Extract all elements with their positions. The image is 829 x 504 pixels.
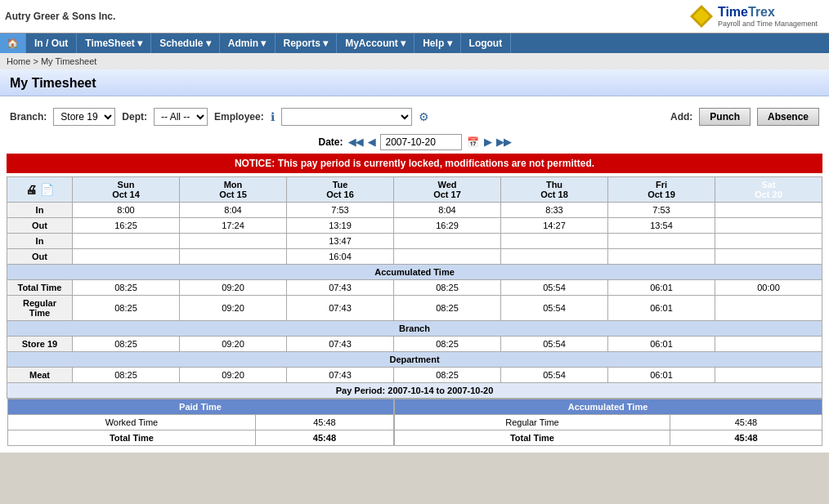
in1-sat	[715, 203, 822, 218]
out2-sun	[73, 249, 180, 265]
worked-time-label: Worked Time	[7, 415, 256, 430]
out1-fri: 13:54	[608, 218, 715, 234]
th-thu: ThuOct 18	[501, 177, 608, 203]
nav-logout[interactable]: Logout	[461, 33, 512, 53]
department-header-row: Department	[7, 352, 822, 368]
total-mon: 09:20	[180, 280, 287, 296]
in1-mon: 8:04	[180, 203, 287, 218]
meat-sun: 08:25	[73, 368, 180, 383]
absence-button[interactable]: Absence	[757, 108, 819, 126]
meat-thu: 05:54	[501, 368, 608, 383]
table-row-out1: Out 16:25 17:24 13:19 16:29 14:27 13:54	[7, 218, 822, 234]
regular-thu: 05:54	[501, 296, 608, 321]
in2-sun	[73, 234, 180, 249]
table-row-store19: Store 19 08:25 09:20 07:43 08:25 05:54 0…	[7, 337, 822, 352]
table-row-out2: Out 16:04	[7, 249, 822, 265]
punch-button[interactable]: Punch	[699, 108, 751, 126]
pay-period-label: Pay Period: 2007-10-14 to 2007-10-20	[7, 383, 822, 399]
paid-total-label: Total Time	[7, 430, 256, 446]
nav-schedule[interactable]: Schedule ▾	[151, 33, 220, 53]
accumulated-time-header-row: Accumulated Time	[7, 265, 822, 280]
timesheet-table: 🖨 📄 SunOct 14 MonOct 15 TueOct 16 WedOct…	[7, 176, 822, 446]
regular-wed: 08:25	[394, 296, 501, 321]
accum-regular-label: Regular Time	[394, 415, 670, 430]
out1-thu: 14:27	[501, 218, 608, 234]
date-next-next[interactable]: ▶▶	[496, 136, 511, 148]
top-bar: Autry Greer & Sons Inc. TimeTrex Payroll…	[0, 0, 829, 33]
regular-sat	[715, 296, 822, 321]
accum-total-value: 45:48	[670, 430, 822, 446]
employee-label: Employee:	[214, 111, 264, 123]
date-next[interactable]: ▶	[484, 136, 491, 148]
store19-wed: 08:25	[394, 337, 501, 352]
regular-fri: 06:01	[608, 296, 715, 321]
out1-label: Out	[7, 218, 73, 234]
branch-label: Branch:	[10, 111, 47, 123]
store19-sat	[715, 337, 822, 352]
in2-wed	[394, 234, 501, 249]
store19-label: Store 19	[7, 337, 73, 352]
accum-total-row: Total Time 45:48	[394, 430, 822, 446]
department-header: Department	[7, 352, 822, 368]
total-time-label: Total Time	[7, 280, 73, 296]
date-prev-prev[interactable]: ◀◀	[348, 136, 363, 148]
nav-in-out[interactable]: In / Out	[26, 33, 77, 53]
table-row-in2: In 13:47	[7, 234, 822, 249]
nav-reports[interactable]: Reports ▾	[276, 33, 338, 53]
accumulated-time-header: Accumulated Time	[7, 265, 822, 280]
th-tue: TueOct 16	[287, 177, 394, 203]
out1-wed: 16:29	[394, 218, 501, 234]
paid-total-value: 45:48	[256, 430, 393, 446]
timetrex-logo-icon	[688, 3, 715, 29]
in2-fri	[608, 234, 715, 249]
total-fri: 06:01	[608, 280, 715, 296]
meat-mon: 09:20	[180, 368, 287, 383]
out2-thu	[501, 249, 608, 265]
nav-myaccount[interactable]: MyAccount ▾	[337, 33, 414, 53]
accum-time-table: Accumulated Time Regular Time 45:48 Tota…	[394, 399, 822, 446]
logo-tagline: Payroll and Time Management	[718, 20, 818, 28]
date-calendar[interactable]: 📅	[467, 136, 479, 148]
in2-sat	[715, 234, 822, 249]
date-input[interactable]	[380, 134, 462, 150]
store19-thu: 05:54	[501, 337, 608, 352]
branch-header-row: Branch	[7, 321, 822, 337]
store19-fri: 06:01	[608, 337, 715, 352]
th-fri: FriOct 19	[608, 177, 715, 203]
logo-area: TimeTrex Payroll and Time Management	[682, 2, 824, 31]
nav-home[interactable]: 🏠	[0, 33, 26, 53]
accum-total-label: Total Time	[394, 430, 670, 446]
meat-tue: 07:43	[287, 368, 394, 383]
pay-period-row: Pay Period: 2007-10-14 to 2007-10-20	[7, 383, 822, 399]
dept-select[interactable]: -- All --	[154, 108, 208, 126]
dept-label: Dept:	[122, 111, 147, 123]
worked-time-value: 45:48	[256, 415, 393, 430]
total-tue: 07:43	[287, 280, 394, 296]
in1-fri: 7:53	[608, 203, 715, 218]
employee-info-icon[interactable]: ℹ	[271, 110, 275, 123]
in1-sun: 8:00	[73, 203, 180, 218]
out1-sun: 16:25	[73, 218, 180, 234]
nav-admin[interactable]: Admin ▾	[220, 33, 276, 53]
table-row-total-time: Total Time 08:25 09:20 07:43 08:25 05:54…	[7, 280, 822, 296]
employee-settings-icon[interactable]: ⚙	[419, 110, 429, 123]
th-sun: SunOct 14	[73, 177, 180, 203]
regular-time-label: Regular Time	[7, 296, 73, 321]
total-wed: 08:25	[394, 280, 501, 296]
total-sun: 08:25	[73, 280, 180, 296]
in1-label: In	[7, 203, 73, 218]
out1-sat	[715, 218, 822, 234]
nav-help[interactable]: Help ▾	[414, 33, 460, 53]
nav-bar: 🏠 In / Out TimeSheet ▾ Schedule ▾ Admin …	[0, 33, 829, 53]
company-name: Autry Greer & Sons Inc.	[5, 11, 115, 22]
employee-select[interactable]	[281, 108, 412, 126]
in1-tue: 7:53	[287, 203, 394, 218]
branch-select[interactable]: Store 19	[53, 108, 115, 126]
accum-regular-row: Regular Time 45:48	[394, 415, 822, 430]
branch-header: Branch	[7, 321, 822, 337]
export-icon[interactable]: 📄	[40, 183, 54, 196]
print-icon[interactable]: 🖨	[25, 183, 37, 196]
main-content: Branch: Store 19 Dept: -- All -- Employe…	[0, 96, 829, 453]
nav-timesheet[interactable]: TimeSheet ▾	[77, 33, 151, 53]
date-prev[interactable]: ◀	[368, 136, 375, 148]
